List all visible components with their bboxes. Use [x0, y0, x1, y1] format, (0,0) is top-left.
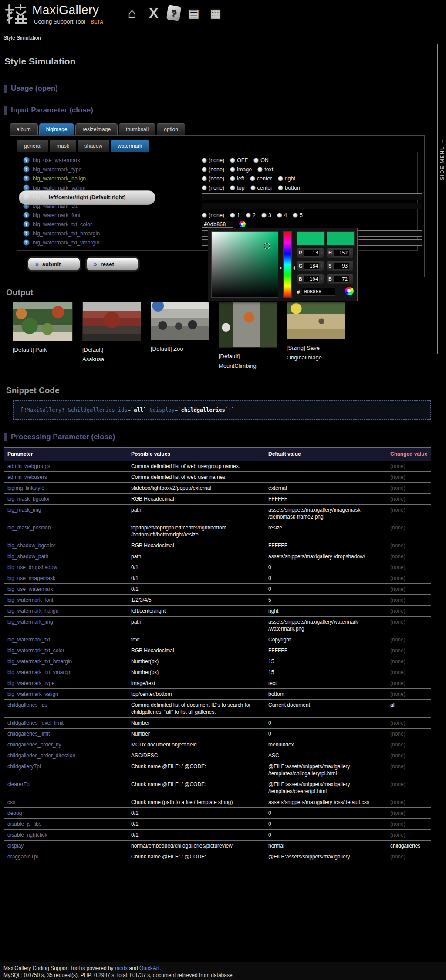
param-link-draggableTpl[interactable]: draggableTpl	[7, 854, 38, 860]
section-processing-parameter[interactable]: Processing Parameter (close)	[4, 433, 446, 441]
radio-button[interactable]	[202, 176, 207, 181]
kanji-logo-icon[interactable]	[3, 2, 28, 26]
param-link-display[interactable]: display	[7, 843, 24, 849]
param-link-childgalleries_level_limit[interactable]: childgalleries_level_limit	[7, 720, 64, 726]
stepper-icon[interactable]: ↕	[321, 264, 323, 268]
param-link-big_watermark_type[interactable]: big_watermark_type	[7, 680, 54, 686]
picker-field-input[interactable]: 104	[304, 275, 320, 283]
help-icon[interactable]: ?	[23, 221, 30, 227]
tab-album[interactable]: album	[10, 123, 38, 135]
tab-general[interactable]: general	[17, 140, 48, 152]
picker-field-input[interactable]: 72	[333, 275, 349, 283]
param-link-big_watermark_txt_hmargin[interactable]: big_watermark_txt_hmargin	[33, 231, 100, 237]
param-link-admin_webusers[interactable]: admin_webusers	[7, 474, 47, 480]
color-hex-field[interactable]	[202, 221, 233, 228]
param-link-big_watermark_txt_hmargin[interactable]: big_watermark_txt_hmargin	[7, 658, 72, 665]
radio-button[interactable]	[202, 213, 207, 218]
stepper-icon[interactable]: ↕	[350, 277, 352, 281]
help-icon[interactable]: ?	[23, 230, 30, 237]
tab-bigimage[interactable]: bigimage	[39, 123, 74, 135]
text-input-big_watermark_txt[interactable]	[202, 203, 422, 209]
radio-button[interactable]	[202, 185, 207, 190]
quickart-link[interactable]: QuickArt	[139, 965, 159, 971]
tab-shadow[interactable]: shadow	[78, 140, 109, 152]
param-link-big_mask_img[interactable]: big_mask_img	[7, 507, 41, 513]
app-title[interactable]: MaxiGallery	[32, 3, 103, 17]
radio-button[interactable]	[253, 158, 259, 163]
help-icon[interactable]: ?	[23, 175, 30, 182]
hue-slider[interactable]	[283, 231, 292, 298]
help-icon[interactable]: ?	[166, 5, 181, 21]
param-link-clearerTpl[interactable]: clearerTpl	[7, 781, 30, 787]
param-link-big_mask_bgcolor[interactable]: big_mask_bgcolor	[7, 496, 50, 502]
radio-button[interactable]	[277, 213, 282, 218]
radio-button[interactable]	[230, 158, 235, 163]
param-link-big_use_dropshadow[interactable]: big_use_dropshadow	[7, 564, 57, 570]
thumbnail-asakusa[interactable]	[82, 302, 141, 341]
param-link-big_watermark_txt_color[interactable]: big_watermark_txt_color	[33, 221, 92, 227]
param-link-bigimg_linkstyle[interactable]: bigimg_linkstyle	[7, 485, 44, 491]
param-link-big_watermark_valign[interactable]: big_watermark_valign	[33, 185, 86, 191]
picker-field-input[interactable]: 13	[304, 249, 320, 257]
radio-button[interactable]	[230, 185, 235, 190]
radio-button[interactable]	[230, 167, 235, 172]
param-link-css[interactable]: css	[7, 799, 15, 805]
home-icon[interactable]: ⌂	[124, 4, 140, 22]
param-link-big_watermark_valign[interactable]: big_watermark_valign	[7, 691, 58, 697]
tab-mask[interactable]: mask	[50, 140, 76, 152]
param-link-big_watermark_font[interactable]: big_watermark_font	[7, 597, 53, 603]
help-icon[interactable]: ?	[23, 166, 30, 173]
modx-icon[interactable]: X	[145, 4, 162, 22]
radio-button[interactable]	[230, 176, 235, 181]
param-link-big_mask_position[interactable]: big_mask_position	[7, 525, 51, 531]
radio-button[interactable]	[278, 176, 283, 181]
radio-button[interactable]	[202, 167, 207, 172]
tab-option[interactable]: option	[157, 123, 185, 135]
radio-button[interactable]	[261, 213, 267, 218]
param-link-big_watermark_txt_vmargin[interactable]: big_watermark_txt_vmargin	[33, 240, 100, 246]
param-link-disable_rightclick[interactable]: disable_rightclick	[7, 832, 47, 838]
radio-button[interactable]	[246, 213, 251, 218]
param-link-big_watermark_type[interactable]: big_watermark_type	[33, 166, 82, 173]
param-link-big_watermark_img[interactable]: big_watermark_img	[7, 619, 53, 625]
param-link-big_watermark_font[interactable]: big_watermark_font	[33, 212, 81, 218]
changelog-icon[interactable]: ▦	[207, 4, 224, 22]
hex-input[interactable]: 0DB868	[302, 288, 335, 296]
radio-button[interactable]	[202, 158, 207, 163]
thumbnail-park[interactable]	[13, 302, 73, 341]
param-link-big_watermark_halign[interactable]: big_watermark_halign	[33, 176, 86, 182]
hue-marker-left-icon[interactable]	[280, 266, 282, 270]
saturation-value-field[interactable]	[211, 231, 278, 298]
tab-watermark[interactable]: watermark	[111, 140, 149, 152]
param-link-childgalleries_limit[interactable]: childgalleries_limit	[7, 731, 50, 737]
text-input-big_watermark_img[interactable]	[202, 193, 422, 200]
modx-link[interactable]: modx	[115, 965, 128, 971]
radio-button[interactable]	[257, 167, 263, 172]
help-icon[interactable]: ?	[23, 212, 30, 218]
picker-field-input[interactable]: 184	[304, 262, 320, 270]
picker-field-input[interactable]: 93	[333, 262, 349, 270]
param-link-childgalleries_order_direction[interactable]: childgalleries_order_direction	[7, 753, 75, 759]
breadcrumb[interactable]: Style Simulation	[3, 35, 41, 42]
param-link-big_shadow_path[interactable]: big_shadow_path	[7, 553, 48, 560]
processing-parameter-table-wrap[interactable]: ParameterPossible valuesDefault valueCha…	[4, 447, 431, 877]
radio-button[interactable]	[250, 176, 255, 181]
section-input-parameter[interactable]: Input Parameter (close)	[4, 106, 446, 115]
param-link-big_watermark_txt_vmargin[interactable]: big_watermark_txt_vmargin	[7, 669, 71, 675]
thumbnail-mountclimbing[interactable]	[219, 302, 277, 348]
color-wheel-icon[interactable]	[345, 287, 354, 295]
thumbnail-zoo[interactable]	[151, 302, 209, 340]
tab-resizeimage[interactable]: resizeimage	[75, 123, 118, 135]
param-link-big_watermark_txt_color[interactable]: big_watermark_txt_color	[7, 648, 64, 654]
submit-button[interactable]: » submit	[28, 258, 80, 271]
snippet-code[interactable]: [!MaxiGallery? &childgalleries_ids=`all`…	[13, 400, 431, 420]
param-link-childgalleries_ids[interactable]: childgalleries_ids	[7, 702, 47, 708]
radio-button[interactable]	[293, 213, 298, 218]
thumbnail-originalimage[interactable]	[287, 302, 345, 339]
param-link-disable_js_libs[interactable]: disable_js_libs	[7, 821, 41, 827]
param-link-big_watermark_txt[interactable]: big_watermark_txt	[7, 637, 50, 643]
param-link-big_use_watermark[interactable]: big_use_watermark	[7, 586, 53, 592]
radio-button[interactable]	[278, 185, 283, 190]
param-link-childgalleries_order_by[interactable]: childgalleries_order_by	[7, 742, 61, 748]
param-link-admin_webgroups[interactable]: admin_webgroups	[7, 463, 50, 469]
